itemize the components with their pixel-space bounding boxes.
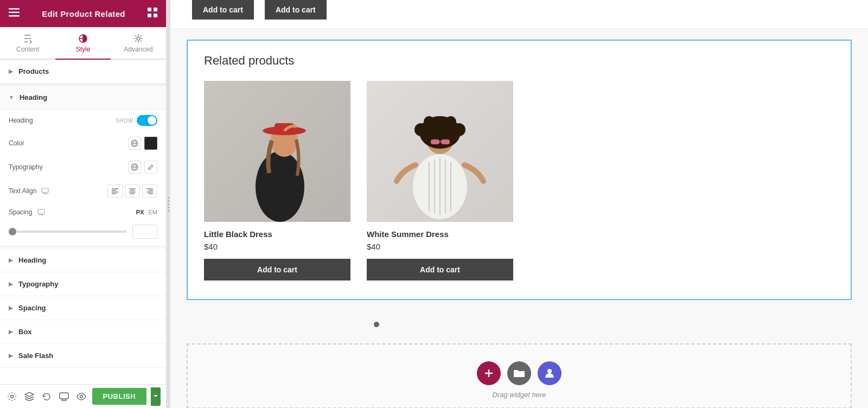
align-right-btn[interactable] — [142, 184, 157, 197]
svg-rect-15 — [42, 188, 48, 193]
drag-widget-area: Drag widget here — [187, 343, 852, 408]
spacing-label: Spacing — [9, 208, 32, 216]
svg-point-65 — [547, 369, 552, 373]
resize-dots — [168, 197, 169, 212]
svg-rect-0 — [9, 8, 20, 10]
color-globe-btn[interactable] — [128, 137, 141, 150]
heading-toggle-row: Heading SHOW — [0, 110, 166, 131]
bottom-bar: PUBLISH — [0, 384, 166, 408]
svg-point-40 — [80, 395, 82, 398]
color-swatch[interactable] — [144, 137, 157, 150]
svg-rect-5 — [148, 14, 151, 17]
tab-advanced[interactable]: Advanced — [111, 27, 166, 60]
panel-content: ▶ Products ▼ Heading Heading SHOW Color — [0, 60, 166, 408]
color-label: Color — [9, 139, 24, 147]
svg-rect-46 — [275, 123, 294, 134]
svg-rect-61 — [441, 139, 450, 144]
section-heading-expanded[interactable]: ▼ Heading — [0, 86, 166, 110]
drag-widget-buttons — [477, 361, 561, 385]
product-image-1 — [204, 81, 350, 222]
product-name-1: Little Black Dress — [204, 229, 350, 239]
section-spacing[interactable]: ▶ Spacing — [0, 296, 166, 320]
svg-point-35 — [10, 395, 13, 398]
align-controls — [107, 184, 157, 197]
product-card-2: White Summer Dress $40 Add to cart — [367, 81, 513, 280]
px-option[interactable]: PX — [136, 209, 144, 215]
tab-content[interactable]: Content — [0, 27, 55, 60]
cursor-area — [170, 311, 868, 343]
device-icon-btn[interactable] — [58, 388, 71, 405]
svg-rect-31 — [38, 209, 44, 214]
heading2-arrow: ▶ — [9, 257, 13, 263]
layers-icon-btn[interactable] — [23, 388, 36, 405]
box-label: Box — [18, 328, 32, 336]
panel-header: Edit Product Related — [0, 0, 166, 27]
heading-setting-label: Heading — [9, 117, 33, 124]
drag-widget-label: Drag widget here — [493, 391, 546, 399]
sale-flash-label: Sale Flash — [18, 352, 53, 360]
product-price-2: $40 — [367, 242, 513, 251]
grid-icon[interactable] — [148, 8, 157, 20]
svg-point-43 — [256, 151, 304, 222]
heading-arrow: ▼ — [9, 94, 14, 100]
add-widget-btn[interactable] — [477, 361, 501, 385]
history-icon-btn[interactable] — [40, 388, 53, 405]
monitor-icon — [41, 188, 49, 194]
slider-thumb[interactable] — [9, 228, 16, 235]
products-grid: Little Black Dress $40 Add to cart — [204, 81, 834, 280]
related-products-section: Related products — [187, 40, 852, 300]
heading-toggle[interactable] — [137, 115, 157, 126]
spacing-slider[interactable] — [9, 231, 127, 233]
section-heading2[interactable]: ▶ Heading — [0, 248, 166, 272]
product-card-1: Little Black Dress $40 Add to cart — [204, 81, 350, 280]
section-products[interactable]: ▶ Products — [0, 60, 166, 84]
align-left-btn[interactable] — [107, 184, 123, 197]
hamburger-icon[interactable] — [9, 8, 20, 20]
products-arrow: ▶ — [9, 68, 13, 74]
product-image-2 — [367, 81, 513, 222]
typography-arrow: ▶ — [9, 281, 13, 287]
slider-value-input[interactable] — [132, 225, 157, 239]
tab-style[interactable]: Style — [55, 27, 111, 60]
eye-icon-btn[interactable] — [75, 388, 88, 405]
show-label: SHOW — [116, 118, 133, 124]
settings-icon-btn[interactable] — [5, 388, 18, 405]
resize-handle[interactable] — [166, 0, 170, 408]
add-to-cart-btn-1[interactable]: Add to cart — [204, 259, 350, 280]
align-center-btn[interactable] — [125, 184, 140, 197]
heading-toggle-container: SHOW — [116, 115, 157, 126]
top-add-to-cart-btn-1[interactable]: Add to cart — [192, 0, 254, 20]
typography-globe-btn[interactable] — [128, 161, 141, 174]
typography-row: Typography — [0, 155, 166, 179]
section-box[interactable]: ▶ Box — [0, 320, 166, 344]
em-option[interactable]: EM — [149, 209, 158, 215]
tab-advanced-label: Advanced — [124, 46, 152, 53]
related-products-title: Related products — [204, 54, 834, 68]
typography-label: Typography — [9, 163, 43, 171]
spacing-section-label: Spacing — [18, 304, 46, 312]
top-add-to-cart-btn-2[interactable]: Add to cart — [265, 0, 327, 20]
typography-controls — [128, 161, 157, 174]
folder-widget-btn[interactable] — [507, 361, 531, 385]
add-to-cart-btn-2[interactable]: Add to cart — [367, 259, 513, 280]
section-sale-flash[interactable]: ▶ Sale Flash — [0, 344, 166, 368]
heading2-label: Heading — [18, 256, 46, 264]
left-panel: Edit Product Related Content — [0, 0, 166, 408]
svg-rect-6 — [154, 14, 157, 17]
product-price-1: $40 — [204, 242, 350, 251]
heading-label: Heading — [20, 93, 47, 101]
svg-rect-4 — [154, 8, 157, 11]
color-row: Color — [0, 131, 166, 155]
typography-edit-btn[interactable] — [144, 161, 157, 174]
person-widget-btn[interactable] — [538, 361, 561, 385]
slider-row — [0, 221, 166, 245]
publish-dropdown-btn[interactable] — [151, 387, 161, 406]
svg-rect-60 — [431, 139, 439, 144]
publish-button[interactable]: PUBLISH — [92, 388, 147, 405]
svg-point-8 — [137, 37, 140, 40]
spacing-row: Spacing PX EM — [0, 203, 166, 221]
svg-rect-36 — [60, 393, 68, 399]
svg-rect-3 — [148, 8, 151, 11]
section-typography[interactable]: ▶ Typography — [0, 272, 166, 296]
svg-point-58 — [424, 116, 435, 127]
